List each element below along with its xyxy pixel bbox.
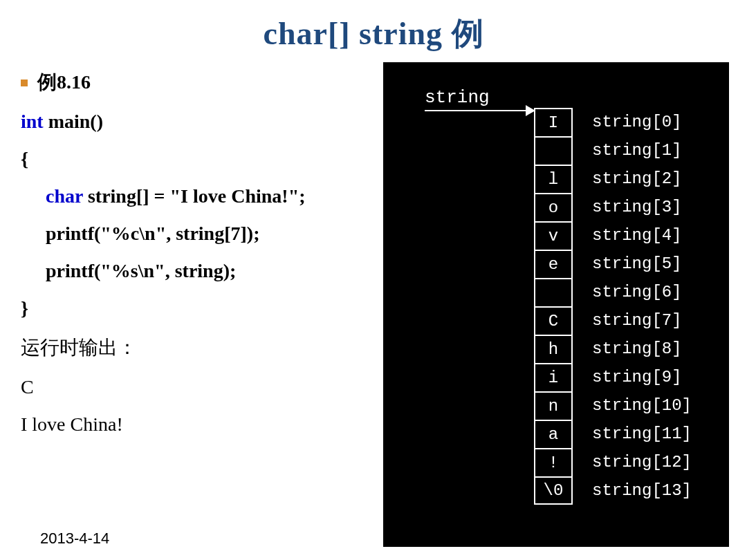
array-index-label: string[9] xyxy=(587,363,692,391)
cell: v xyxy=(534,221,573,250)
kw-char: char xyxy=(46,185,83,207)
array-index-label: string[7] xyxy=(587,306,692,335)
code-line-brace-open: { xyxy=(21,148,408,170)
array-index-label: string[8] xyxy=(587,335,692,363)
kw-int: int xyxy=(21,111,44,132)
footer-date: 2013-4-14 xyxy=(40,530,109,548)
output-label: 运行时输出： xyxy=(21,335,408,361)
array-index-label: string[10] xyxy=(587,391,692,420)
array-diagram: string I l o v e C h i n a ! \0 string[0… xyxy=(383,62,729,547)
cell: C xyxy=(534,306,573,335)
arrow-icon xyxy=(425,105,535,116)
cell: i xyxy=(534,363,573,391)
labels-column: string[0] string[1] string[2] string[3] … xyxy=(587,108,692,505)
main-rest: main() xyxy=(44,111,103,132)
example-number-line: 例8.16 xyxy=(21,69,408,95)
cell: e xyxy=(534,250,573,278)
example-number: 例8.16 xyxy=(37,71,91,93)
array-index-label: string[11] xyxy=(587,420,692,448)
code-content: 例8.16 int main() { char string[] = "I lo… xyxy=(21,69,408,451)
array-index-label: string[13] xyxy=(587,476,692,505)
cell: h xyxy=(534,335,573,363)
cell: o xyxy=(534,193,573,221)
cell: a xyxy=(534,420,573,448)
cell: ! xyxy=(534,448,573,476)
cell: I xyxy=(534,108,573,136)
array-index-label: string[1] xyxy=(587,136,692,165)
code-line-brace-close: } xyxy=(21,297,408,319)
code-line-decl: char string[] = "I love China!"; xyxy=(21,185,408,207)
array-index-label: string[2] xyxy=(587,165,692,193)
output-line-2: I love China! xyxy=(21,413,408,436)
cell: n xyxy=(534,391,573,420)
code-line-main: int main() xyxy=(21,111,408,133)
slide-title: char[] string 例 xyxy=(0,12,747,55)
code-line-printf1: printf("%c\n", string[7]); xyxy=(21,223,408,245)
array-index-label: string[12] xyxy=(587,448,692,476)
cells-column: I l o v e C h i n a ! \0 xyxy=(534,108,573,505)
code-line-printf2: printf("%s\n", string); xyxy=(21,260,408,282)
cell xyxy=(534,136,573,165)
output-line-1: C xyxy=(21,376,408,398)
bullet-icon xyxy=(21,80,28,86)
array-index-label: string[5] xyxy=(587,250,692,278)
cell: \0 xyxy=(534,476,573,505)
array-index-label: string[6] xyxy=(587,278,692,306)
array-index-label: string[3] xyxy=(587,193,692,221)
array-index-label: string[0] xyxy=(587,108,692,136)
array-index-label: string[4] xyxy=(587,221,692,250)
cell xyxy=(534,278,573,306)
cell: l xyxy=(534,165,573,193)
decl-rest: string[] = "I love China!"; xyxy=(83,185,306,207)
